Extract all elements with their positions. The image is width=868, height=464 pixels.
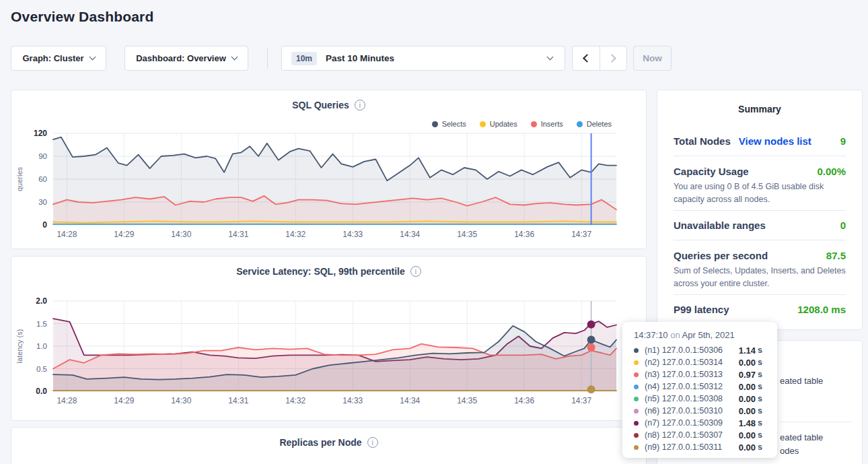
legend-label: Inserts xyxy=(541,120,563,128)
legend-dot xyxy=(480,121,486,127)
time-range-dropdown[interactable]: 10m Past 10 Minutes xyxy=(281,46,565,71)
time-prev-button[interactable] xyxy=(573,46,600,70)
svg-text:queries: queries xyxy=(15,166,24,191)
node-address: (n9) 127.0.0.1:50311 xyxy=(645,442,722,452)
unavailable-ranges-label: Unavailable ranges xyxy=(674,220,766,231)
total-nodes-value: 9 xyxy=(840,135,846,147)
p99-latency-label: P99 latency xyxy=(674,304,729,315)
tooltip-timestamp: 14:37:10 on Apr 5th, 2021 xyxy=(634,330,777,340)
svg-text:14:30: 14:30 xyxy=(171,230,191,239)
divider xyxy=(674,156,846,156)
latency-chart[interactable]: 0.00.51.01.52.014:2814:2914:3014:3114:32… xyxy=(11,297,646,415)
view-nodes-list-link[interactable]: View nodes list xyxy=(739,135,811,147)
svg-text:14:32: 14:32 xyxy=(285,396,305,405)
sql-queries-card: SQL Queries SelectsUpdatesInsertsDeletes… xyxy=(11,90,647,249)
replicas-title: Replicas per Node xyxy=(279,437,361,448)
p99-latency-value: 1208.0 ms xyxy=(797,304,846,315)
divider xyxy=(674,210,846,211)
divider xyxy=(780,422,851,422)
svg-text:120: 120 xyxy=(34,129,47,138)
svg-text:0.5: 0.5 xyxy=(36,365,47,373)
event-text-fragment: eated table xyxy=(780,376,823,386)
legend-item-inserts[interactable]: Inserts xyxy=(531,120,563,128)
node-address: (n6) 127.0.0.1:50310 xyxy=(645,406,723,416)
svg-text:14:33: 14:33 xyxy=(342,396,363,405)
node-latency-value: 0.00 xyxy=(739,430,756,440)
tooltip-connector: on xyxy=(670,330,680,340)
chart-hover-tooltip: 14:37:10 on Apr 5th, 2021 (n1) 127.0.0.1… xyxy=(622,322,777,458)
tooltip-rows: (n1) 127.0.0.1:503061.14s(n2) 127.0.0.1:… xyxy=(634,344,777,453)
sql-queries-title: SQL Queries xyxy=(292,100,349,110)
tooltip-row: (n3) 127.0.0.1:503130.97s xyxy=(634,368,777,380)
now-button[interactable]: Now xyxy=(633,46,672,71)
node-color-dot xyxy=(634,409,639,413)
svg-text:14:29: 14:29 xyxy=(114,230,134,239)
summary-row-p99: P99 latency 1208.0 ms xyxy=(674,304,846,315)
node-address: (n7) 127.0.0.1:50309 xyxy=(645,418,723,428)
node-color-dot xyxy=(634,433,639,438)
legend-item-deletes[interactable]: Deletes xyxy=(577,120,612,128)
node-latency-unit: s xyxy=(758,430,762,440)
chevron-down-icon xyxy=(231,54,238,61)
node-latency-unit: s xyxy=(758,406,762,416)
node-address: (n3) 127.0.0.1:50313 xyxy=(645,370,723,379)
summary-row-qps: Queries per second 87.5 xyxy=(674,250,846,261)
summary-heading: Summary xyxy=(657,104,862,114)
dashboard-dropdown[interactable]: Dashboard: Overview xyxy=(124,46,248,71)
svg-text:14:28: 14:28 xyxy=(57,230,77,239)
svg-text:14:37: 14:37 xyxy=(571,396,591,405)
info-icon[interactable] xyxy=(367,437,378,448)
node-address: (n4) 127.0.0.1:50312 xyxy=(645,382,723,391)
page-title: Overview Dashboard xyxy=(11,9,154,25)
svg-text:0.0: 0.0 xyxy=(36,387,47,396)
svg-text:2.0: 2.0 xyxy=(36,297,47,306)
svg-text:60: 60 xyxy=(38,175,47,183)
svg-text:90: 90 xyxy=(38,152,47,160)
info-icon[interactable] xyxy=(355,100,365,110)
info-icon[interactable] xyxy=(410,266,421,277)
graph-dropdown-label: Graph: Cluster xyxy=(22,53,83,63)
svg-text:14:31: 14:31 xyxy=(228,230,248,239)
node-address: (n8) 127.0.0.1:50307 xyxy=(645,430,723,440)
time-next-button[interactable] xyxy=(600,46,627,70)
tooltip-row: (n8) 127.0.0.1:503070.00s xyxy=(634,429,777,441)
svg-text:14:28: 14:28 xyxy=(57,396,77,405)
total-nodes-label: Total Nodes xyxy=(674,135,731,147)
node-latency-unit: s xyxy=(758,345,762,355)
sql-queries-chart[interactable]: 030609012014:2814:2914:3014:3114:3214:33… xyxy=(11,129,646,244)
chevron-down-icon xyxy=(89,54,96,61)
overview-dashboard-page: Overview Dashboard Graph: Cluster Dashbo… xyxy=(0,0,868,464)
legend-label: Deletes xyxy=(587,120,612,128)
node-latency-value: 0.00 xyxy=(739,442,756,453)
svg-text:14:31: 14:31 xyxy=(228,396,248,405)
legend-item-updates[interactable]: Updates xyxy=(480,120,517,128)
tooltip-row: (n7) 127.0.0.1:503091.48s xyxy=(634,417,777,429)
node-color-dot xyxy=(634,445,639,450)
node-latency-unit: s xyxy=(758,370,762,379)
node-latency-unit: s xyxy=(758,442,762,452)
node-latency-value: 0.00 xyxy=(739,394,756,404)
chevron-left-icon xyxy=(583,54,591,63)
summary-panel: Summary Total Nodes View nodes list 9 Ca… xyxy=(657,90,863,330)
node-color-dot xyxy=(634,385,639,389)
time-range-badge: 10m xyxy=(291,52,317,65)
node-latency-unit: s xyxy=(758,382,762,391)
node-color-dot xyxy=(634,421,639,426)
node-address: (n5) 127.0.0.1:50308 xyxy=(645,394,723,403)
node-address: (n1) 127.0.0.1:50306 xyxy=(645,345,723,355)
node-latency-value: 0.00 xyxy=(739,406,756,416)
chevron-down-icon xyxy=(547,54,554,61)
tooltip-row: (n5) 127.0.0.1:503080.00s xyxy=(634,393,777,405)
legend-item-selects[interactable]: Selects xyxy=(432,120,466,128)
tooltip-row: (n6) 127.0.0.1:503100.00s xyxy=(634,405,777,417)
latency-card: Service Latency: SQL, 99th percentile 0.… xyxy=(11,256,647,421)
tooltip-date: Apr 5th, 2021 xyxy=(682,330,735,340)
svg-text:14:36: 14:36 xyxy=(514,396,534,405)
controls-divider xyxy=(267,48,268,69)
node-address: (n2) 127.0.0.1:50314 xyxy=(645,358,723,367)
graph-dropdown[interactable]: Graph: Cluster xyxy=(11,46,106,71)
node-color-dot xyxy=(634,348,639,353)
tooltip-row: (n9) 127.0.0.1:503110.00s xyxy=(634,441,777,453)
legend-label: Selects xyxy=(442,120,466,128)
qps-description: Sum of Selects, Updates, Inserts, and De… xyxy=(674,265,846,291)
